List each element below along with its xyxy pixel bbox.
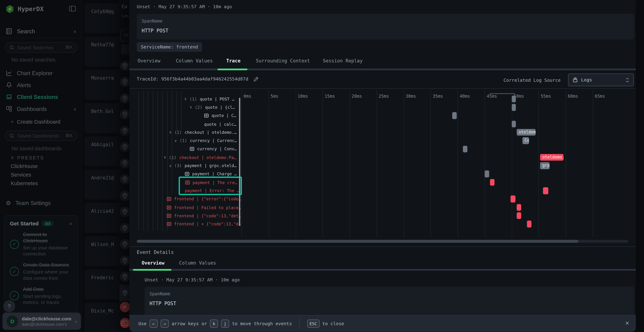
event-details-tab-column-values[interactable]: Column Values (179, 260, 216, 266)
span-duration-bar[interactable] (527, 221, 532, 228)
chevron-down-icon[interactable]: ∨ (184, 97, 186, 101)
chevron-down-icon[interactable]: ∨ (174, 139, 177, 143)
trace-span-row[interactable]: frontend | Failed to place… (129, 203, 636, 212)
session-card[interactable]: Retha77@ (84, 36, 119, 66)
app-logo[interactable]: ⚡ HyperDX (6, 5, 44, 13)
preset-item-kubernetes[interactable]: Kubernetes (11, 180, 38, 186)
span-tree-label: ∨(3)payment | grpc.oteld… (169, 162, 236, 170)
presets-header[interactable]: ∨ PRESETS (11, 155, 44, 160)
session-card[interactable]: Alicia42 (84, 203, 119, 233)
span-duration-bar[interactable] (484, 171, 489, 178)
span-duration-bar[interactable]: grpc (540, 162, 549, 169)
tab-overview[interactable]: Overview (138, 58, 160, 64)
session-card[interactable]: Frederic (84, 270, 119, 300)
session-card[interactable]: Beth.Gol (84, 103, 119, 133)
trace-span-row[interactable]: ∨(1)currency | Currenc…Co (129, 136, 636, 145)
trace-span-row[interactable]: ∨(3)payment | grpc.oteld…grpc (129, 162, 636, 170)
preset-item-services[interactable]: Services (11, 172, 31, 178)
chevron-down-icon[interactable]: ∨ (169, 164, 172, 168)
span-duration-bar[interactable] (463, 146, 467, 152)
trace-span-row[interactable]: frontend | {"code":13,"det… (129, 212, 636, 220)
map-pin-icon[interactable] (120, 158, 130, 168)
tab-trace[interactable]: Trace (226, 58, 240, 64)
trace-span-row[interactable]: frontend | {"error":{"code… (129, 195, 636, 204)
session-card[interactable]: Andre21@ (84, 170, 119, 200)
tree-scrollbar[interactable] (239, 98, 240, 226)
chevron-down-icon[interactable]: ∨ (169, 130, 172, 134)
session-event-cell (120, 252, 130, 269)
session-card[interactable]: Abbigail (84, 136, 119, 166)
map-pin-icon[interactable] (120, 272, 130, 282)
trace-span-row[interactable]: ∨(1)quote | POST … (129, 95, 636, 103)
sidebar-item-client-sessions[interactable]: Client Sessions (6, 92, 76, 102)
map-pin-icon[interactable] (120, 93, 130, 104)
terminal-icon[interactable]: >_ (120, 318, 130, 328)
service-name-badge[interactable]: ServiceName: frontend (137, 42, 202, 52)
map-pin-icon[interactable] (120, 109, 130, 120)
saved-dashboards-input[interactable]: Saved Dashboards ⌘K (5, 130, 77, 141)
team-settings-button[interactable]: ⚙ Team Settings (6, 198, 76, 208)
session-card[interactable]: Coty60@g (84, 3, 119, 33)
drawer-tabs: OverviewColumn ValuesTraceSurrounding Co… (129, 58, 636, 70)
span-duration-bar[interactable] (543, 187, 548, 194)
span-duration-bar[interactable] (490, 179, 494, 186)
trace-span-row[interactable]: ∨(2)quote | {cl… (129, 103, 636, 112)
edit-pencil-icon[interactable] (253, 76, 259, 82)
span-duration-bar[interactable]: Co (522, 138, 529, 144)
create-dashboard-button[interactable]: + Create Dashboard (11, 119, 60, 125)
close-icon[interactable]: × (625, 319, 629, 327)
trace-span-row[interactable]: quote | C… (129, 112, 636, 120)
span-tree-label: ∨(1)checkout | oteldemo.Pa… (164, 153, 236, 162)
chevron-up-icon[interactable]: ∧ (69, 221, 72, 226)
navigation-arrows-icon[interactable]: ⇄ (120, 302, 130, 312)
sidebar-item-dashboards[interactable]: Dashboards∧ (6, 104, 76, 114)
map-pin-icon[interactable] (120, 142, 130, 152)
sidebar-section-search[interactable]: Search ∧ (6, 28, 76, 34)
session-card[interactable]: Wilson_H (84, 236, 119, 266)
session-card[interactable]: Dixie_Mc (84, 303, 119, 332)
trace-span-row[interactable]: quote | calc… (129, 120, 636, 128)
map-pin-icon[interactable] (120, 174, 130, 184)
chevron-down-icon[interactable]: ∨ (164, 155, 166, 160)
map-pin-icon[interactable] (120, 77, 130, 87)
span-duration-bar[interactable] (516, 204, 521, 211)
map-pin-icon[interactable] (120, 288, 130, 298)
span-duration-bar[interactable]: oteldemo. (540, 154, 564, 161)
span-duration-bar[interactable] (452, 112, 456, 119)
trace-span-row[interactable]: frontend | × {"code":13,"d… (129, 220, 636, 228)
map-pin-icon[interactable] (120, 190, 130, 201)
help-button[interactable]: ? (3, 300, 15, 312)
trace-span-row[interactable]: ∨(1)checkout | oteldemo.Pa…oteldemo. (129, 153, 636, 162)
event-details-tab-overview[interactable]: Overview (142, 260, 164, 266)
waterfall-hscroll-thumb[interactable] (137, 240, 578, 243)
trace-span-row[interactable]: currency | Conv… (129, 145, 636, 153)
timeline-mini-scrollbar[interactable] (490, 93, 515, 94)
trace-waterfall: 0ms5ms10ms15ms20ms25ms30ms35ms40ms45ms50… (129, 89, 636, 246)
span-duration-bar[interactable] (512, 104, 516, 111)
map-pin-icon[interactable] (120, 61, 130, 71)
map-pin-icon[interactable] (120, 223, 130, 233)
span-duration-bar[interactable] (512, 120, 516, 127)
span-duration-bar[interactable] (516, 212, 521, 219)
span-duration-bar[interactable] (510, 196, 516, 202)
log-source-select[interactable]: Logs (568, 74, 634, 86)
sidebar-item-chart-explorer[interactable]: Chart Explorer (6, 68, 76, 78)
session-card[interactable]: Monserra (84, 70, 119, 100)
saved-searches-input[interactable]: Saved Searches ⌘K (5, 42, 77, 52)
span-duration-bar[interactable]: oteldemo. (516, 129, 536, 136)
map-pin-icon[interactable] (120, 255, 130, 266)
chevron-down-icon[interactable]: ∨ (190, 105, 192, 110)
preset-item-clickhouse[interactable]: ClickHouse (11, 163, 38, 169)
map-pin-icon[interactable] (120, 206, 130, 217)
span-child-count: (3) (174, 164, 182, 168)
tab-session-replay[interactable]: Session Replay (323, 58, 363, 64)
trace-span-row[interactable]: ∨(1)checkout | oteldemo.…oteldemo. (129, 128, 636, 137)
map-pin-icon[interactable] (120, 126, 130, 136)
tab-column-values[interactable]: Column Values (176, 58, 213, 64)
map-pin-icon[interactable] (120, 239, 130, 249)
sidebar-item-alerts[interactable]: Alerts (6, 80, 76, 90)
span-duration-bar[interactable] (512, 96, 516, 102)
user-menu[interactable]: D dale@clickhouse.com dale@clickhouse.co… (2, 312, 81, 330)
collapse-sidebar-icon[interactable] (69, 6, 76, 12)
tab-surrounding-context[interactable]: Surrounding Context (256, 58, 310, 64)
